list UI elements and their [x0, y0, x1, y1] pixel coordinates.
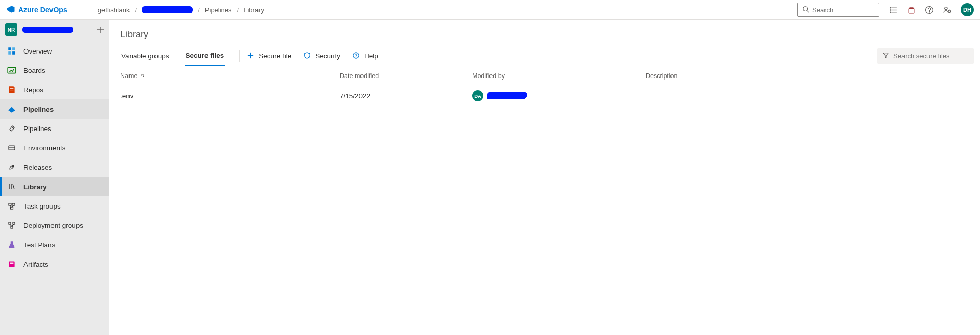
project-avatar: NR — [5, 23, 17, 36]
brand-label: Azure DevOps — [18, 6, 67, 14]
global-search[interactable] — [797, 3, 879, 17]
nav-releases[interactable]: Releases — [0, 158, 109, 177]
sort-asc-icon — [140, 72, 145, 80]
nav-label: Pipelines — [23, 106, 54, 113]
nav-boards[interactable]: Boards — [0, 61, 109, 80]
nav-pipelines[interactable]: Pipelines — [0, 119, 109, 138]
cell-name: .env — [120, 92, 340, 100]
azure-devops-icon — [6, 5, 15, 15]
breadcrumb-sep-icon: / — [135, 6, 137, 14]
nav-label: Overview — [23, 47, 52, 55]
column-date-modified[interactable]: Date modified — [340, 72, 472, 80]
security-button[interactable]: Security — [303, 51, 340, 61]
column-name[interactable]: Name — [120, 72, 340, 80]
user-settings-icon[interactable] — [943, 6, 951, 14]
shield-icon — [303, 51, 311, 61]
top-icon-tray: DH — [889, 3, 974, 16]
deployment-groups-icon — [7, 221, 16, 230]
svg-rect-39 — [9, 261, 14, 267]
tab-secure-files[interactable]: Secure files — [185, 46, 225, 66]
project-selector[interactable]: NR — [0, 20, 109, 39]
svg-point-11 — [945, 7, 947, 9]
svg-rect-36 — [11, 226, 13, 228]
svg-rect-35 — [13, 222, 15, 224]
tab-divider — [239, 50, 240, 62]
nav-label: Task groups — [23, 202, 61, 210]
security-label: Security — [315, 52, 340, 60]
svg-rect-17 — [8, 51, 11, 55]
search-icon — [802, 6, 809, 14]
svg-rect-15 — [8, 47, 11, 50]
svg-rect-8 — [909, 8, 914, 13]
table-row[interactable]: .env 7/15/2022 DA — [109, 86, 980, 106]
nav-artifacts[interactable]: Artifacts — [0, 254, 109, 274]
repos-icon — [7, 85, 16, 94]
library-icon — [7, 182, 16, 191]
nav-label: Deployment groups — [23, 222, 83, 229]
nav-test-plans[interactable]: Test Plans — [0, 235, 109, 254]
svg-line-28 — [13, 184, 14, 189]
page-title: Library — [109, 20, 980, 46]
breadcrumb-sep-icon: / — [198, 6, 200, 14]
filter-input[interactable] — [893, 52, 969, 60]
breadcrumb-org[interactable]: getfishtank — [98, 6, 130, 14]
global-search-input[interactable] — [812, 6, 874, 14]
nav-label: Pipelines — [23, 125, 51, 133]
list-icon[interactable] — [889, 6, 898, 14]
nav-pipelines-section[interactable]: Pipelines — [0, 99, 109, 119]
svg-rect-16 — [12, 47, 15, 50]
svg-rect-20 — [10, 88, 14, 89]
svg-line-1 — [807, 10, 809, 12]
tab-variable-groups[interactable]: Variable groups — [120, 46, 170, 66]
filter-secure-files[interactable] — [877, 48, 974, 64]
secure-files-table: Name Date modified Modified by Descripti… — [109, 66, 980, 106]
help-label: Help — [364, 52, 378, 60]
pipelines-icon — [7, 105, 16, 114]
rocket-icon — [7, 124, 16, 133]
svg-point-7 — [890, 12, 890, 12]
svg-rect-30 — [12, 203, 15, 205]
sidebar: NR Overview Boards Repos Pipelines — [0, 20, 109, 335]
svg-rect-19 — [8, 67, 16, 73]
column-modified-by[interactable]: Modified by — [472, 72, 646, 80]
marketplace-icon[interactable] — [907, 6, 916, 14]
main-content: Library Variable groups Secure files Sec… — [109, 20, 980, 335]
project-name — [22, 27, 73, 33]
svg-point-25 — [12, 166, 13, 167]
nav-label: Library — [23, 183, 47, 191]
user-avatar[interactable]: DH — [961, 3, 974, 16]
svg-rect-31 — [11, 207, 13, 209]
breadcrumb-page[interactable]: Library — [244, 6, 264, 14]
plus-icon — [247, 51, 254, 61]
add-secure-file-button[interactable]: Secure file — [247, 51, 291, 61]
svg-point-6 — [890, 9, 890, 10]
svg-line-38 — [12, 224, 14, 226]
help-button[interactable]: Help — [352, 51, 378, 61]
nav-repos[interactable]: Repos — [0, 80, 109, 99]
breadcrumb-area[interactable]: Pipelines — [205, 6, 232, 14]
releases-icon — [7, 163, 16, 172]
user-avatar-small: DA — [472, 90, 483, 101]
nav-library[interactable]: Library — [0, 177, 109, 196]
nav-label: Boards — [23, 67, 45, 74]
nav-label: Releases — [23, 164, 52, 171]
nav-label: Test Plans — [23, 241, 55, 249]
brand-logo[interactable]: Azure DevOps — [6, 5, 67, 15]
column-description[interactable]: Description — [646, 72, 969, 80]
new-project-button[interactable] — [96, 25, 105, 34]
nav-overview[interactable]: Overview — [0, 41, 109, 61]
nav-deployment-groups[interactable]: Deployment groups — [0, 216, 109, 235]
breadcrumb-project[interactable] — [142, 6, 193, 13]
cell-date-modified: 7/15/2022 — [340, 92, 472, 100]
svg-rect-29 — [9, 203, 11, 205]
svg-rect-18 — [12, 51, 15, 55]
help-icon[interactable] — [925, 6, 934, 14]
svg-point-22 — [12, 127, 13, 128]
overview-icon — [7, 46, 16, 56]
nav-environments[interactable]: Environments — [0, 138, 109, 158]
svg-rect-23 — [9, 146, 15, 150]
modified-by-name — [487, 92, 527, 99]
svg-point-44 — [356, 57, 356, 57]
svg-rect-40 — [10, 263, 14, 264]
nav-task-groups[interactable]: Task groups — [0, 196, 109, 216]
